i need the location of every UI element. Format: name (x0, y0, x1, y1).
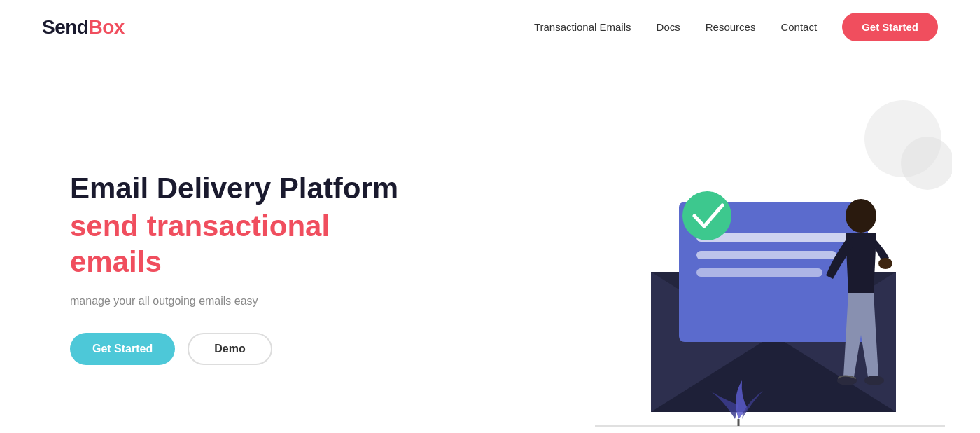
svg-point-8 (846, 199, 876, 233)
navbar: SendBox Transactional Emails Docs Resour… (0, 0, 980, 54)
hero-content: Email Delivery Platform send transaction… (70, 171, 420, 365)
nav-resources[interactable]: Resources (706, 21, 756, 33)
svg-point-9 (878, 258, 892, 269)
svg-rect-5 (696, 251, 836, 259)
logo: SendBox (42, 16, 125, 39)
nav-links: Transactional Emails Docs Resources Cont… (534, 13, 938, 41)
hero-title-main: Email Delivery Platform (70, 171, 420, 206)
logo-send: Send (42, 16, 88, 38)
logo-box: Box (88, 16, 124, 38)
hero-get-started-button[interactable]: Get Started (70, 333, 175, 365)
nav-transactional-emails[interactable]: Transactional Emails (534, 21, 631, 33)
svg-point-7 (682, 191, 732, 240)
svg-rect-6 (696, 268, 822, 277)
hero-illustration (490, 83, 952, 433)
svg-point-1 (901, 137, 952, 190)
nav-docs[interactable]: Docs (657, 21, 680, 33)
hero-demo-button[interactable]: Demo (188, 333, 272, 365)
nav-get-started-button[interactable]: Get Started (842, 13, 938, 41)
hero-description: manage your all outgoing emails easy (70, 295, 420, 308)
hero-section: Email Delivery Platform send transaction… (0, 54, 980, 433)
hero-title-sub: send transactional emails (70, 209, 420, 280)
hero-buttons: Get Started Demo (70, 333, 420, 365)
svg-point-11 (864, 376, 884, 385)
nav-contact[interactable]: Contact (780, 21, 817, 33)
